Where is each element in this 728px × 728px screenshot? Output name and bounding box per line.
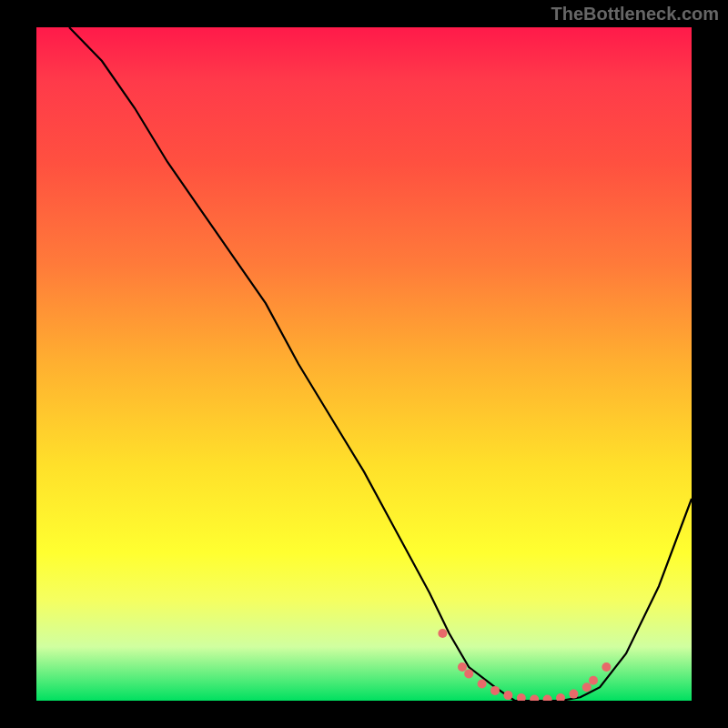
marker-dot <box>478 680 487 689</box>
marker-dot <box>582 682 592 692</box>
marker-dot <box>503 691 512 700</box>
marker-dot <box>438 629 447 638</box>
chart-area <box>36 27 692 701</box>
marker-dot <box>517 693 526 701</box>
marker-dot <box>556 693 565 701</box>
marker-dots <box>438 629 611 701</box>
marker-dot <box>490 686 500 695</box>
marker-dot <box>543 695 552 702</box>
bottleneck-curve <box>69 27 692 701</box>
marker-dot <box>458 662 467 672</box>
watermark-text: TheBottleneck.com <box>551 4 719 25</box>
marker-dot <box>464 669 473 678</box>
marker-dot <box>569 690 578 699</box>
marker-dot <box>602 662 611 672</box>
marker-dot <box>530 695 539 702</box>
curve-svg <box>36 27 692 701</box>
marker-dot <box>589 676 598 685</box>
